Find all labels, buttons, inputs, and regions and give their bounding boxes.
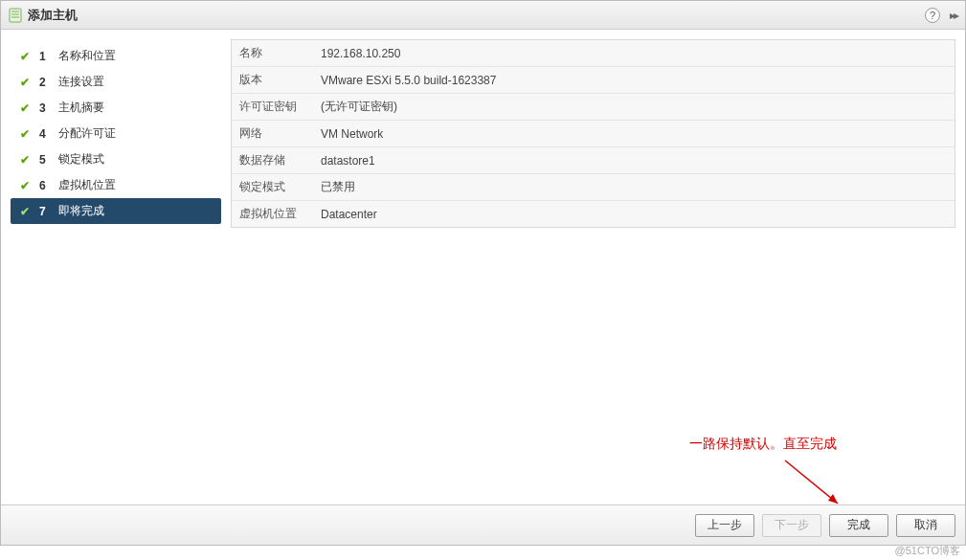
summary-value: datastore1 [313, 149, 955, 172]
summary-row-network: 网络 VM Network [232, 121, 955, 147]
check-icon: ✔ [18, 205, 32, 218]
step-number: 6 [39, 179, 51, 192]
summary-row-datastore: 数据存储 datastore1 [232, 147, 955, 174]
summary-row-license: 许可证密钥 (无许可证密钥) [232, 94, 955, 121]
summary-key: 名称 [232, 40, 313, 66]
step-vm-location[interactable]: ✔ 6 虚拟机位置 [11, 172, 221, 198]
step-label: 虚拟机位置 [58, 177, 116, 193]
step-assign-license[interactable]: ✔ 4 分配许可证 [11, 121, 221, 146]
step-name-location[interactable]: ✔ 1 名称和位置 [11, 43, 221, 69]
help-icon[interactable]: ? [925, 8, 940, 23]
summary-key: 数据存储 [232, 147, 313, 173]
summary-value: 192.168.10.250 [313, 42, 955, 65]
summary-value: VM Network [313, 123, 955, 146]
summary-key: 锁定模式 [232, 174, 313, 200]
summary-row-vm-location: 虚拟机位置 Datacenter [232, 201, 955, 227]
svg-rect-0 [10, 9, 21, 22]
check-icon: ✔ [18, 76, 32, 89]
summary-key: 网络 [232, 121, 313, 146]
titlebar: 添加主机 ? ▸▸ [1, 1, 965, 30]
finish-button[interactable]: 完成 [829, 514, 888, 537]
step-number: 1 [39, 50, 51, 63]
step-label: 连接设置 [58, 74, 104, 90]
content-area: 名称 192.168.10.250 版本 VMware ESXi 5.5.0 b… [231, 39, 955, 495]
step-number: 7 [39, 205, 51, 218]
dialog-footer: 上一步 下一步 完成 取消 [1, 504, 965, 545]
summary-value: Datacenter [313, 203, 955, 226]
step-label: 锁定模式 [58, 151, 104, 168]
step-ready-to-complete[interactable]: ✔ 7 即将完成 [11, 198, 221, 224]
step-number: 4 [39, 127, 51, 141]
check-icon: ✔ [18, 179, 32, 192]
summary-value: 已禁用 [313, 174, 955, 200]
summary-value: (无许可证密钥) [313, 94, 955, 120]
summary-value: VMware ESXi 5.5.0 build-1623387 [313, 69, 955, 92]
summary-key: 许可证密钥 [232, 94, 313, 120]
summary-table: 名称 192.168.10.250 版本 VMware ESXi 5.5.0 b… [231, 39, 955, 228]
summary-row-version: 版本 VMware ESXi 5.5.0 build-1623387 [232, 67, 955, 94]
back-button[interactable]: 上一步 [695, 514, 754, 537]
dialog-body: ✔ 1 名称和位置 ✔ 2 连接设置 ✔ 3 主机摘要 ✔ 4 分配许可证 ✔ [1, 30, 965, 504]
step-host-summary[interactable]: ✔ 3 主机摘要 [11, 95, 221, 121]
check-icon: ✔ [18, 101, 32, 115]
check-icon: ✔ [18, 153, 32, 167]
summary-row-name: 名称 192.168.10.250 [232, 40, 955, 67]
check-icon: ✔ [18, 50, 32, 63]
check-icon: ✔ [18, 127, 32, 141]
step-number: 3 [39, 101, 51, 115]
summary-row-lockdown: 锁定模式 已禁用 [232, 174, 955, 201]
dialog-title: 添加主机 [28, 7, 919, 24]
collapse-icon[interactable]: ▸▸ [946, 9, 957, 22]
cancel-button[interactable]: 取消 [896, 514, 955, 537]
summary-key: 版本 [232, 67, 313, 93]
wizard-sidebar: ✔ 1 名称和位置 ✔ 2 连接设置 ✔ 3 主机摘要 ✔ 4 分配许可证 ✔ [11, 39, 221, 495]
add-host-dialog: 添加主机 ? ▸▸ ✔ 1 名称和位置 ✔ 2 连接设置 ✔ 3 主机摘要 ✔ … [0, 0, 966, 546]
next-button: 下一步 [762, 514, 821, 537]
step-lockdown-mode[interactable]: ✔ 5 锁定模式 [11, 146, 221, 172]
step-number: 2 [39, 76, 51, 89]
step-number: 5 [39, 153, 51, 167]
step-label: 分配许可证 [58, 125, 116, 142]
step-label: 即将完成 [58, 203, 104, 219]
watermark: @51CTO博客 [895, 544, 960, 558]
step-connection[interactable]: ✔ 2 连接设置 [11, 69, 221, 95]
step-label: 主机摘要 [58, 100, 104, 116]
step-label: 名称和位置 [58, 48, 116, 64]
host-icon [9, 8, 22, 23]
summary-key: 虚拟机位置 [232, 201, 313, 227]
